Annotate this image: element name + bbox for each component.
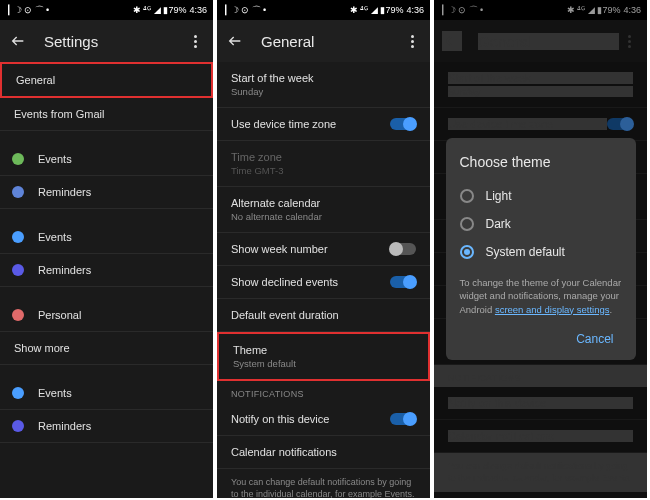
dialog-title: Choose theme: [460, 154, 622, 170]
radio-option-light[interactable]: Light: [460, 182, 622, 210]
back-arrow-icon[interactable]: [225, 31, 245, 51]
item-events-from-gmail[interactable]: Events from Gmail: [0, 98, 213, 131]
item-start-of-week[interactable]: Start of the weekSunday: [217, 62, 430, 108]
general-list: Start of the weekSunday Use device time …: [217, 62, 430, 498]
status-time: 4:36: [189, 5, 207, 15]
calendar-color-icon: [12, 387, 24, 399]
calendar-personal[interactable]: Personal: [0, 299, 213, 332]
calendar-color-icon: [12, 186, 24, 198]
calendar-color-icon: [12, 264, 24, 276]
toggle-switch[interactable]: [390, 118, 416, 130]
settings-list: General Events from Gmail Events Reminde…: [0, 62, 213, 443]
item-notify-on-device[interactable]: Notify on this device: [217, 403, 430, 436]
choose-theme-dialog: Choose theme Light Dark System default T…: [446, 138, 636, 360]
calendar-events-2[interactable]: Events: [0, 221, 213, 254]
calendar-color-icon: [12, 153, 24, 165]
calendar-color-icon: [12, 420, 24, 432]
item-alternate-calendar[interactable]: Alternate calendarNo alternate calendar: [217, 187, 430, 233]
toggle-switch[interactable]: [390, 276, 416, 288]
item-default-duration[interactable]: Default event duration: [217, 299, 430, 332]
radio-option-system-default[interactable]: System default: [460, 238, 622, 266]
item-use-device-tz[interactable]: Use device time zone: [217, 108, 430, 141]
screen-display-settings-link[interactable]: screen and display settings: [495, 304, 610, 315]
radio-icon: [460, 217, 474, 231]
status-bar: ┃ ☽ ⊙ ⌒ • ✱ ⁴ᴳ ◢ ▮79%4:36: [217, 0, 430, 20]
item-general[interactable]: General: [0, 62, 213, 98]
screen-settings: ┃ ☽ ⊙ ⌒ • ✱ ⁴ᴳ ◢ ▮79% 4:36 Settings Gene…: [0, 0, 213, 498]
overflow-menu-icon[interactable]: [185, 35, 205, 48]
calendar-events-1[interactable]: Events: [0, 143, 213, 176]
calendar-color-icon: [12, 231, 24, 243]
toggle-switch[interactable]: [390, 243, 416, 255]
screen-theme-dialog: ┃ ☽ ⊙ ⌒ • ✱ ⁴ᴳ ◢ ▮79%4:36 General Start …: [434, 0, 647, 498]
item-theme[interactable]: ThemeSystem default: [217, 332, 430, 381]
overflow-menu-icon[interactable]: [402, 35, 422, 48]
page-title: Settings: [44, 33, 185, 50]
radio-option-dark[interactable]: Dark: [460, 210, 622, 238]
item-show-declined[interactable]: Show declined events: [217, 266, 430, 299]
item-time-zone: Time zoneTime GMT-3: [217, 141, 430, 187]
notifications-footnote: You can change default notifications by …: [217, 469, 430, 498]
calendar-reminders-1[interactable]: Reminders: [0, 176, 213, 209]
status-left-icons: ┃ ☽ ⊙ ⌒ •: [6, 4, 49, 17]
status-right-icons: ✱ ⁴ᴳ ◢ ▮79%: [133, 5, 187, 15]
radio-icon: [460, 189, 474, 203]
status-bar: ┃ ☽ ⊙ ⌒ • ✱ ⁴ᴳ ◢ ▮79% 4:36: [0, 0, 213, 20]
app-header: Settings: [0, 20, 213, 62]
section-notifications: NOTIFICATIONS: [217, 381, 430, 403]
calendar-events-3[interactable]: Events: [0, 377, 213, 410]
calendar-color-icon: [12, 309, 24, 321]
calendar-reminders-2[interactable]: Reminders: [0, 254, 213, 287]
app-header: General: [217, 20, 430, 62]
calendar-reminders-3[interactable]: Reminders: [0, 410, 213, 443]
radio-icon: [460, 245, 474, 259]
dialog-overlay[interactable]: Choose theme Light Dark System default T…: [434, 0, 647, 498]
dialog-message: To change the theme of your Calendar wid…: [460, 276, 622, 316]
item-calendar-notifications[interactable]: Calendar notifications: [217, 436, 430, 469]
back-arrow-icon[interactable]: [8, 31, 28, 51]
item-show-week-number[interactable]: Show week number: [217, 233, 430, 266]
page-title: General: [261, 33, 402, 50]
toggle-switch[interactable]: [390, 413, 416, 425]
item-show-more[interactable]: Show more: [0, 332, 213, 365]
cancel-button[interactable]: Cancel: [568, 326, 621, 352]
screen-general: ┃ ☽ ⊙ ⌒ • ✱ ⁴ᴳ ◢ ▮79%4:36 General Start …: [217, 0, 430, 498]
